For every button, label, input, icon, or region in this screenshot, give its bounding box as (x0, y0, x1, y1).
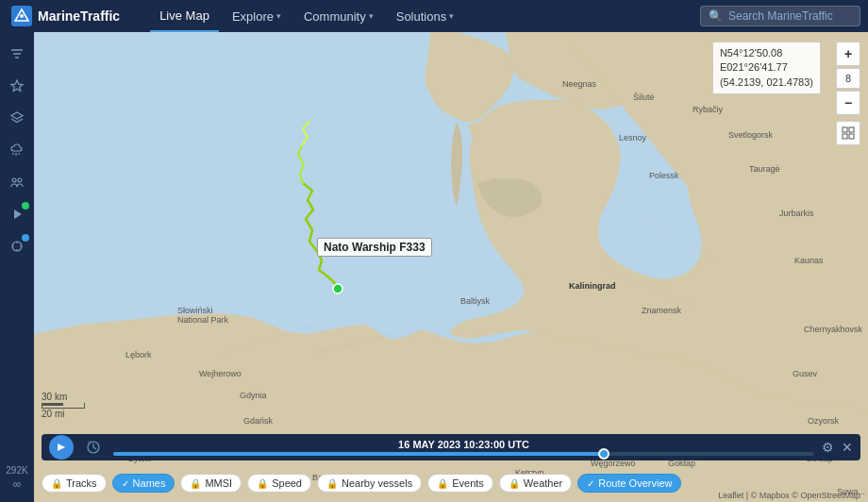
pill-weather-label: Weather (524, 477, 562, 489)
filter-pills: 🔒 Tracks ✓ Names 🔒 MMSI 🔒 Speed 🔒 Nearby… (42, 474, 860, 493)
timeline-settings-button[interactable]: ⚙ (822, 440, 834, 455)
weather-lock-icon: 🔒 (509, 478, 520, 489)
timeline-fill (113, 452, 604, 456)
svg-text:Baltiysk: Baltiysk (460, 296, 491, 306)
tools-button[interactable] (3, 232, 31, 260)
layers-button[interactable] (3, 104, 31, 132)
solutions-chevron: ▾ (449, 11, 454, 21)
svg-text:Lębork: Lębork (125, 350, 152, 360)
search-icon: 🔍 (709, 9, 723, 23)
svg-text:Tauragė: Tauragė (749, 164, 780, 174)
svg-text:Neegnas: Neegnas (562, 79, 597, 89)
pill-names[interactable]: ✓ Names (112, 474, 175, 493)
nav-live-map[interactable]: Live Map (150, 0, 219, 32)
search-box[interactable]: 🔍 Search MarineTraffic (700, 6, 860, 26)
map-background: SłowińskiNational Park Lębork Wejherowo … (34, 32, 868, 502)
pill-nearby[interactable]: 🔒 Nearby vessels (317, 474, 422, 493)
search-placeholder: Search MarineTraffic (728, 9, 833, 23)
nav-solutions-label: Solutions (396, 9, 446, 24)
filter-button[interactable] (3, 40, 31, 68)
svg-point-8 (12, 178, 16, 182)
counter-icon: ∞ (13, 477, 22, 491)
community-chevron: ▾ (369, 11, 374, 21)
nearby-lock-icon: 🔒 (326, 478, 338, 489)
svg-text:Svetlogorsk: Svetlogorsk (728, 130, 774, 140)
weather-button[interactable] (3, 136, 31, 164)
nav-community[interactable]: Community ▾ (294, 0, 383, 32)
svg-text:Polessk: Polessk (649, 171, 679, 180)
nav-explore[interactable]: Explore ▾ (223, 0, 291, 32)
pill-route[interactable]: ✓ Route Overview (577, 474, 681, 493)
timeline-progress-area: 16 MAY 2023 10:23:00 UTC (113, 439, 814, 456)
zoom-in-button[interactable]: + (836, 42, 860, 66)
timeline-thumb[interactable] (598, 448, 609, 460)
svg-rect-56 (849, 134, 854, 139)
svg-point-1 (20, 14, 24, 18)
svg-rect-54 (849, 127, 854, 132)
pill-speed[interactable]: 🔒 Speed (247, 474, 311, 493)
nav-live-map-label: Live Map (159, 8, 209, 23)
svg-text:Kaliningrad: Kaliningrad (569, 281, 616, 291)
search-area: 🔍 Search MarineTraffic (700, 6, 868, 26)
pill-speed-label: Speed (272, 477, 302, 489)
nav-solutions[interactable]: Solutions ▾ (387, 0, 463, 32)
svg-text:Kaunas: Kaunas (794, 256, 824, 265)
svg-text:Šilutė: Šilutė (633, 92, 655, 102)
favorites-button[interactable] (3, 72, 31, 100)
scale-km: 30 km (42, 392, 85, 402)
zoom-out-button[interactable]: − (836, 91, 860, 115)
pill-tracks-label: Tracks (66, 477, 97, 489)
left-sidebar: 292K ∞ (0, 32, 34, 502)
timeline-close-button[interactable]: ✕ (842, 440, 853, 455)
playback-badge (22, 202, 29, 209)
names-check-icon: ✓ (122, 478, 129, 489)
route-check-icon: ✓ (587, 478, 594, 489)
svg-point-21 (333, 284, 342, 293)
tracks-lock-icon: 🔒 (51, 478, 62, 489)
svg-point-9 (18, 178, 22, 182)
logo-text: MarineTraffic (38, 8, 120, 24)
fleet-button[interactable] (3, 168, 31, 196)
svg-marker-10 (14, 209, 22, 219)
vessel-counter: 292K (6, 465, 27, 476)
vessel-label[interactable]: Nato Warship F333 (317, 238, 432, 257)
scale-bar (42, 403, 85, 409)
playback-button[interactable] (3, 200, 31, 228)
nav-links: Live Map Explore ▾ Community ▾ Solutions… (131, 0, 700, 32)
pill-mmsi-label: MMSI (205, 477, 232, 489)
coord-line2: E021°26'41.77 (720, 60, 813, 75)
tools-badge (22, 234, 29, 242)
svg-text:Gdynia: Gdynia (240, 391, 267, 400)
pill-tracks[interactable]: 🔒 Tracks (42, 474, 107, 493)
vessel-name: Nato Warship F333 (324, 241, 426, 254)
timeline-speed-indicator[interactable] (81, 439, 106, 456)
timeline-track[interactable] (113, 452, 814, 456)
svg-text:Znamensk: Znamensk (642, 306, 682, 315)
svg-text:Gdańsk: Gdańsk (243, 416, 274, 426)
svg-text:Chernyakhovsk: Chernyakhovsk (804, 325, 863, 334)
speed-lock-icon: 🔒 (257, 478, 268, 489)
map-area[interactable]: SłowińskiNational Park Lębork Wejherowo … (34, 32, 868, 502)
svg-text:Jurbarkis: Jurbarkis (779, 209, 814, 218)
attribution: Leaflet | © Mapbox © OpenStreetMap (718, 491, 860, 500)
svg-line-59 (93, 447, 96, 449)
timeline-bar: 16 MAY 2023 10:23:00 UTC ⚙ ✕ (42, 434, 860, 460)
nav-explore-label: Explore (232, 9, 274, 24)
navbar: MarineTraffic Live Map Explore ▾ Communi… (0, 0, 868, 32)
zoom-controls: + 8 − (836, 42, 860, 145)
pill-weather[interactable]: 🔒 Weather (499, 474, 572, 493)
pill-mmsi[interactable]: 🔒 MMSI (180, 474, 242, 493)
timeline-play-button[interactable] (49, 435, 74, 460)
pill-events-label: Events (452, 477, 484, 489)
scale-mi: 20 mi (42, 409, 85, 419)
pill-nearby-label: Nearby vessels (342, 477, 412, 489)
explore-chevron: ▾ (276, 11, 281, 21)
events-lock-icon: 🔒 (437, 478, 448, 489)
coord-line1: N54°12'50.08 (720, 46, 813, 60)
pill-events[interactable]: 🔒 Events (427, 474, 493, 493)
svg-text:Gusev: Gusev (793, 369, 818, 378)
svg-text:Ozyorsk: Ozyorsk (808, 416, 840, 426)
svg-text:Rybačiy: Rybačiy (693, 105, 724, 114)
logo-area[interactable]: MarineTraffic (0, 6, 131, 26)
map-type-button[interactable] (836, 121, 860, 145)
